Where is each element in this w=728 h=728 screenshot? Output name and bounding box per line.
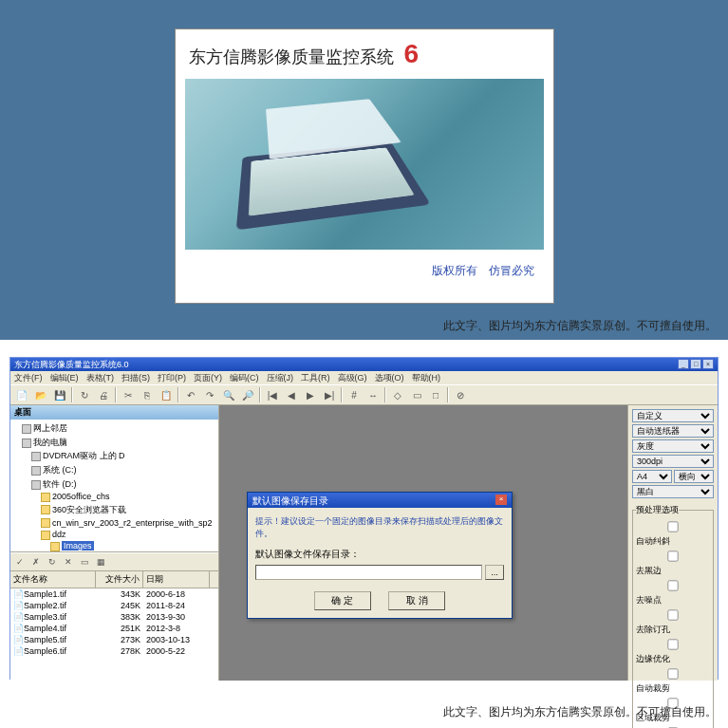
tb-zoom-out-icon[interactable]: 🔎 xyxy=(238,386,257,403)
selected-folder: Images xyxy=(62,541,94,551)
preprocess-option[interactable]: 去除订孔 xyxy=(636,607,710,637)
fb-view-icon[interactable]: ▭ xyxy=(77,554,92,569)
menubar: 文件(F) 编辑(E) 表格(T) 扫描(S) 打印(P) 页面(Y) 编码(C… xyxy=(10,371,718,384)
fb-refresh-icon[interactable]: ↻ xyxy=(45,554,60,569)
copyright-text: 版权所有 仿冒必究 xyxy=(176,250,553,292)
tb-rotate-right-icon[interactable]: ↷ xyxy=(200,386,219,403)
orient-select[interactable]: 横向 xyxy=(674,470,714,483)
tb-next-icon[interactable]: ▶ xyxy=(301,386,320,403)
menu-advanced[interactable]: 高级(G) xyxy=(338,372,367,383)
file-list[interactable]: 文件名称 文件大小 日期 📄Sample1.tif343K2000-6-18📄S… xyxy=(10,571,218,681)
tb-last-icon[interactable]: ▶| xyxy=(320,386,339,403)
save-dir-input[interactable] xyxy=(255,565,482,580)
tb-crop-icon[interactable]: ◇ xyxy=(388,386,407,403)
preset-select[interactable]: 自定义 xyxy=(632,409,714,422)
tb-view-icon[interactable]: □ xyxy=(426,386,445,403)
drive-icon xyxy=(31,452,41,461)
menu-page[interactable]: 页面(Y) xyxy=(194,372,222,383)
fb-check-icon[interactable]: ✓ xyxy=(12,554,28,569)
app-name: 东方信腾影像质量监控系统 xyxy=(189,47,394,66)
col-date[interactable]: 日期 xyxy=(143,571,210,588)
tb-refresh-icon[interactable]: ↻ xyxy=(75,386,94,403)
tb-copy-icon[interactable]: ⎘ xyxy=(138,386,157,403)
dialog-hint: 提示！建议设定一个固定的图像目录来保存扫描或处理后的图像文件。 xyxy=(255,515,504,540)
sidebar: 桌面 网上邻居 我的电脑 DVDRAM驱动 上的 D 系统 (C:) 软件 (D… xyxy=(10,405,219,681)
menu-edit[interactable]: 编辑(E) xyxy=(50,372,79,383)
menu-option[interactable]: 选项(O) xyxy=(375,372,404,383)
menu-table[interactable]: 表格(T) xyxy=(86,372,115,383)
folder-icon xyxy=(50,542,60,551)
folder-icon xyxy=(41,531,50,540)
watermark-caption: 此文字、图片均为东方信腾实景原创。不可擅自使用。 xyxy=(443,318,717,334)
table-row[interactable]: 📄Sample3.tif383K2013-9-30 xyxy=(10,611,218,623)
dialog-close-icon[interactable]: × xyxy=(495,495,507,505)
color-select[interactable]: 灰度 xyxy=(632,439,714,453)
dialog-label: 默认图像文件保存目录： xyxy=(255,548,504,561)
preprocess-option[interactable]: 去黑边 xyxy=(636,549,710,578)
splash-title: 东方信腾影像质量监控系统 6 xyxy=(176,29,553,79)
preprocess-option[interactable]: 自动纠斜 xyxy=(636,519,710,549)
fb-grid-icon[interactable]: ▦ xyxy=(93,554,108,569)
dpi-select[interactable]: 300dpi xyxy=(632,455,714,468)
menu-encode[interactable]: 编码(C) xyxy=(230,372,259,383)
table-row[interactable]: 📄Sample4.tif251K2012-3-8 xyxy=(10,623,218,634)
tb-print-icon[interactable]: 🖨 xyxy=(94,386,113,403)
col-size[interactable]: 文件大小 xyxy=(96,571,143,588)
computer-icon xyxy=(22,439,31,448)
minimize-button[interactable]: _ xyxy=(678,359,689,369)
menu-compress[interactable]: 压缩(J) xyxy=(267,372,294,383)
tb-save-icon[interactable]: 💾 xyxy=(50,386,69,403)
preprocess-group: 预处理选项 自动纠斜去黑边去噪点去除订孔边缘优化自动裁剪区域裁剪自动分拣 xyxy=(632,504,714,728)
file-toolbar: ✓ ✗ ↻ ✕ ▭ ▦ xyxy=(10,552,218,571)
menu-print[interactable]: 打印(P) xyxy=(158,372,186,383)
tb-grid-icon[interactable]: # xyxy=(345,386,364,403)
bw-select[interactable]: 黑白 xyxy=(632,485,714,498)
tb-new-icon[interactable]: 📄 xyxy=(12,386,31,403)
paper-select[interactable]: A4 xyxy=(632,470,672,483)
titlebar: 东方信腾影像质量监控系统6.0 _ □ × xyxy=(10,358,718,371)
table-row[interactable]: 📄Sample6.tif278K2000-5-22 xyxy=(10,645,218,657)
folder-icon xyxy=(41,518,50,528)
window-title: 东方信腾影像质量监控系统6.0 xyxy=(14,359,129,370)
network-icon xyxy=(22,424,31,434)
menu-scan[interactable]: 扫描(S) xyxy=(121,372,150,383)
preprocess-option[interactable]: 自动裁剪 xyxy=(636,666,710,696)
scan-panel: 自定义 自动送纸器 灰度 300dpi A4 横向 黑白 预处理选项 自动纠斜去… xyxy=(627,405,718,681)
table-row[interactable]: 📄Sample1.tif343K2000-6-18 xyxy=(10,588,218,600)
preprocess-option[interactable]: 边缘优化 xyxy=(636,637,710,666)
fb-delete-icon[interactable]: ✕ xyxy=(61,554,76,569)
preprocess-option[interactable]: 去噪点 xyxy=(636,578,710,607)
table-row[interactable]: 📄Sample5.tif273K2003-10-13 xyxy=(10,634,218,645)
col-name[interactable]: 文件名称 xyxy=(10,571,96,588)
tb-open-icon[interactable]: 📂 xyxy=(31,386,50,403)
watermark-caption: 此文字、图片均为东方信腾实景原创。不可擅自使用。 xyxy=(443,704,717,720)
tb-paste-icon[interactable]: 📋 xyxy=(157,386,176,403)
browse-button[interactable]: ... xyxy=(485,565,504,580)
tb-zoom-in-icon[interactable]: 🔍 xyxy=(219,386,238,403)
folder-icon xyxy=(41,493,50,502)
tb-prev-icon[interactable]: ◀ xyxy=(282,386,301,403)
tb-ruler-icon[interactable]: ↔ xyxy=(364,386,383,403)
splash-image xyxy=(185,79,544,250)
folder-tree[interactable]: 网上邻居 我的电脑 DVDRAM驱动 上的 D 系统 (C:) 软件 (D:) … xyxy=(10,420,218,552)
cancel-button[interactable]: 取 消 xyxy=(388,591,445,610)
maximize-button[interactable]: □ xyxy=(690,359,701,369)
tb-cut-icon[interactable]: ✂ xyxy=(119,386,138,403)
close-button[interactable]: × xyxy=(702,359,714,369)
fb-x-icon[interactable]: ✗ xyxy=(28,554,44,569)
menu-file[interactable]: 文件(F) xyxy=(14,372,43,383)
tb-stop-icon[interactable]: ⊘ xyxy=(451,386,470,403)
dialog-title: 默认图像保存目录 xyxy=(252,495,328,506)
feeder-select[interactable]: 自动送纸器 xyxy=(632,424,714,438)
menu-tool[interactable]: 工具(R) xyxy=(301,372,330,383)
folder-icon xyxy=(41,505,50,514)
tb-select-icon[interactable]: ▭ xyxy=(407,386,426,403)
splash-screen: 东方信腾影像质量监控系统 6 版权所有 仿冒必究 xyxy=(175,28,554,304)
tb-first-icon[interactable]: |◀ xyxy=(263,386,282,403)
table-row[interactable]: 📄Sample2.tif245K2011-8-24 xyxy=(10,600,218,611)
tree-header: 桌面 xyxy=(10,405,218,420)
menu-help[interactable]: 帮助(H) xyxy=(412,372,441,383)
save-dir-dialog: 默认图像保存目录 × 提示！建议设定一个固定的图像目录来保存扫描或处理后的图像文… xyxy=(247,492,513,619)
ok-button[interactable]: 确 定 xyxy=(314,591,371,610)
tb-rotate-left-icon[interactable]: ↶ xyxy=(181,386,200,403)
